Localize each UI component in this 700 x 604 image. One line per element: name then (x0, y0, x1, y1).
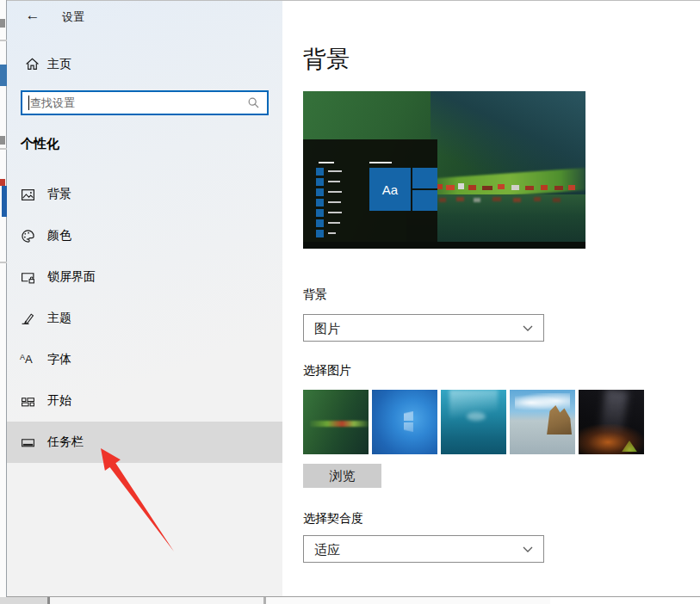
sliver-divider (0, 148, 7, 150)
thumbnail-night-sky-tent-picture[interactable] (579, 390, 644, 454)
bottom-strip-segment (50, 597, 263, 604)
choose-picture-label: 选择图片 (303, 363, 351, 379)
sliver-text-fragment (0, 136, 5, 145)
preview-reflection (432, 196, 585, 206)
fit-dropdown[interactable]: 适应 (303, 535, 544, 563)
chevron-down-icon (523, 546, 533, 553)
background-window-bottom-strip (0, 597, 700, 604)
browse-button[interactable]: 浏览 (303, 464, 381, 488)
sidebar-item-background[interactable]: 背景 (7, 174, 282, 215)
tent-glow (620, 441, 639, 452)
start-preview-app-square (316, 199, 324, 206)
big-tile-label: Aa (382, 182, 398, 197)
start-preview-app-square (316, 178, 324, 186)
bottom-strip-segment (0, 597, 47, 604)
bottom-strip-segment (266, 597, 550, 604)
start-preview-app-square (316, 168, 324, 176)
sidebar-item-home[interactable]: 主页 (7, 52, 282, 78)
start-preview-tile (412, 168, 437, 188)
sidebar-item-themes[interactable]: 主题 (7, 298, 282, 339)
sliver-red-icon (0, 179, 5, 186)
sidebar-item-colors[interactable]: 颜色 (7, 215, 282, 256)
sidebar-item-label: 颜色 (47, 228, 71, 243)
sliver-blue-band (0, 65, 7, 86)
taskbar-icon (21, 435, 35, 450)
sidebar-item-lock-screen[interactable]: 锁屏界面 (7, 256, 282, 298)
search-box (21, 90, 269, 115)
sidebar: ← 设置 主页 个性化 (7, 1, 282, 596)
start-menu-preview: Aa (303, 139, 437, 242)
sidebar-item-fonts[interactable]: AA 字体 (7, 339, 282, 380)
sidebar-item-label: 主题 (47, 311, 71, 326)
start-preview-app-line (328, 191, 342, 193)
sliver-divider (0, 262, 7, 263)
start-preview-app-line (328, 170, 342, 172)
start-preview-app-line (328, 232, 336, 234)
sidebar-item-label: 锁屏界面 (47, 269, 96, 285)
palette-icon (21, 229, 35, 243)
start-preview-tiles-header-line (369, 162, 392, 163)
background-field-label: 背景 (303, 287, 327, 303)
back-button[interactable]: ← (19, 4, 46, 27)
sidebar-item-label: 主页 (47, 57, 71, 72)
sliver-divider (0, 40, 7, 41)
home-icon (25, 57, 40, 71)
start-preview-app-square (316, 219, 324, 227)
dropdown-selected-value: 适应 (314, 542, 340, 558)
sidebar-nav: 背景 颜色 (7, 174, 282, 463)
sidebar-item-label: 背景 (47, 187, 71, 202)
sidebar-item-start[interactable]: 开始 (7, 380, 282, 422)
section-heading-personalization: 个性化 (21, 136, 59, 152)
start-preview-app-line (328, 212, 342, 213)
theme-brush-icon (21, 311, 35, 326)
background-type-dropdown[interactable]: 图片 (303, 314, 544, 342)
thumbnail-beach-rocks-picture[interactable] (510, 390, 575, 454)
page-title: 背景 (303, 44, 350, 75)
image-icon (21, 188, 35, 202)
text-caret (28, 96, 29, 110)
search-input[interactable] (30, 93, 237, 113)
choose-fit-label: 选择契合度 (303, 511, 363, 527)
preview-taskbar (303, 242, 585, 249)
lock-screen-icon (21, 270, 35, 285)
settings-window: ← 设置 主页 个性化 (7, 0, 700, 597)
sidebar-item-label: 字体 (47, 352, 71, 367)
start-preview-big-tile: Aa (369, 168, 411, 211)
start-preview-app-line (328, 222, 340, 224)
fonts-icon: AA (20, 351, 37, 367)
search-icon[interactable] (247, 96, 260, 109)
picture-thumbnails (303, 390, 644, 454)
start-preview-app-square (316, 188, 324, 196)
dropdown-selected-value: 图片 (314, 321, 340, 337)
preview-houses (432, 182, 585, 193)
chevron-down-icon (523, 325, 533, 332)
sidebar-item-taskbar[interactable]: 任务栏 (7, 422, 282, 463)
start-tiles-icon (21, 394, 35, 409)
thumbnail-windows-10-default-picture[interactable] (372, 390, 437, 454)
start-preview-tile (412, 190, 437, 211)
thumbnail-underwater-picture[interactable] (441, 390, 506, 454)
background-preview-image: Aa (303, 91, 585, 249)
sidebar-item-label: 任务栏 (47, 435, 84, 450)
thumbnail-fjord-village-picture[interactable] (303, 390, 369, 454)
start-preview-app-square (316, 230, 324, 237)
window-title: 设置 (62, 9, 84, 25)
background-window-sliver (0, 0, 7, 597)
start-preview-app-line (328, 181, 340, 182)
start-preview-app-square (316, 209, 324, 217)
sliver-text-fragment (0, 19, 5, 28)
start-preview-header-line (319, 162, 334, 163)
main-pane: 背景 (282, 1, 700, 596)
sidebar-item-label: 开始 (47, 393, 71, 409)
start-preview-app-line (328, 201, 341, 203)
